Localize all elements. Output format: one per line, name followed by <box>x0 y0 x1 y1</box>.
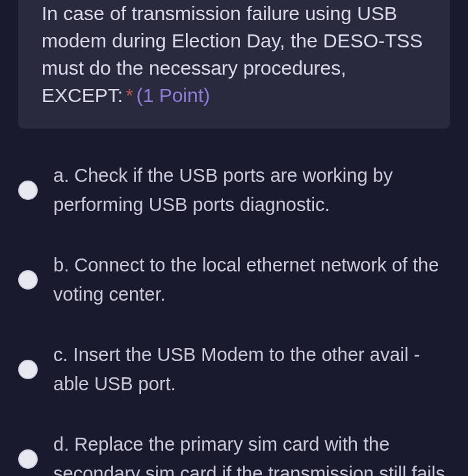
option-label-a: a. Check if the USB ports are working by… <box>53 161 450 219</box>
option-label-b: b. Connect to the local ethernet network… <box>53 251 450 309</box>
points-label: (1 Point) <box>136 84 210 106</box>
radio-button-b[interactable] <box>18 270 38 290</box>
option-row-b[interactable]: b. Connect to the local ethernet network… <box>18 251 450 309</box>
option-row-d[interactable]: d. Replace the primary sim card with the… <box>18 430 450 476</box>
option-label-d: d. Replace the primary sim card with the… <box>53 430 450 476</box>
question-card: In case of transmission failure using US… <box>18 0 450 129</box>
radio-button-d[interactable] <box>18 449 38 469</box>
radio-button-c[interactable] <box>18 360 38 379</box>
option-row-a[interactable]: a. Check if the USB ports are working by… <box>18 161 450 219</box>
radio-button-a[interactable] <box>18 181 38 200</box>
option-label-c: c. Insert the USB Modem to the other ava… <box>53 340 450 399</box>
question-header: In case of transmission failure using US… <box>42 0 426 109</box>
options-list: a. Check if the USB ports are working by… <box>0 129 468 476</box>
question-text: In case of transmission failure using US… <box>42 3 422 106</box>
required-asterisk: * <box>126 84 134 106</box>
option-row-c[interactable]: c. Insert the USB Modem to the other ava… <box>18 340 450 399</box>
